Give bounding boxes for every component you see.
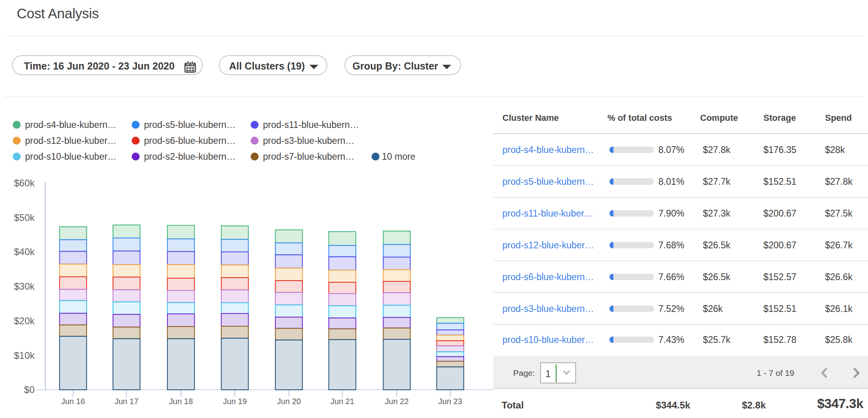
svg-text:Jun 16: Jun 16	[61, 397, 85, 406]
svg-text:Jun 21: Jun 21	[330, 397, 354, 406]
svg-text:Jun 17: Jun 17	[115, 397, 138, 406]
svg-text:Jun 22: Jun 22	[385, 397, 409, 406]
svg-text:Jun 18: Jun 18	[169, 397, 193, 406]
svg-text:Jun 23: Jun 23	[438, 397, 462, 406]
svg-text:$0: $0	[24, 384, 35, 395]
svg-text:$60k: $60k	[14, 178, 35, 188]
svg-text:$50k: $50k	[14, 212, 35, 223]
svg-text:$30k: $30k	[14, 281, 35, 292]
svg-text:$40k: $40k	[14, 246, 35, 257]
svg-text:$20k: $20k	[14, 315, 35, 326]
svg-text:Jun 19: Jun 19	[223, 397, 247, 406]
svg-text:$10k: $10k	[14, 350, 35, 361]
svg-text:Jun 20: Jun 20	[277, 397, 301, 406]
